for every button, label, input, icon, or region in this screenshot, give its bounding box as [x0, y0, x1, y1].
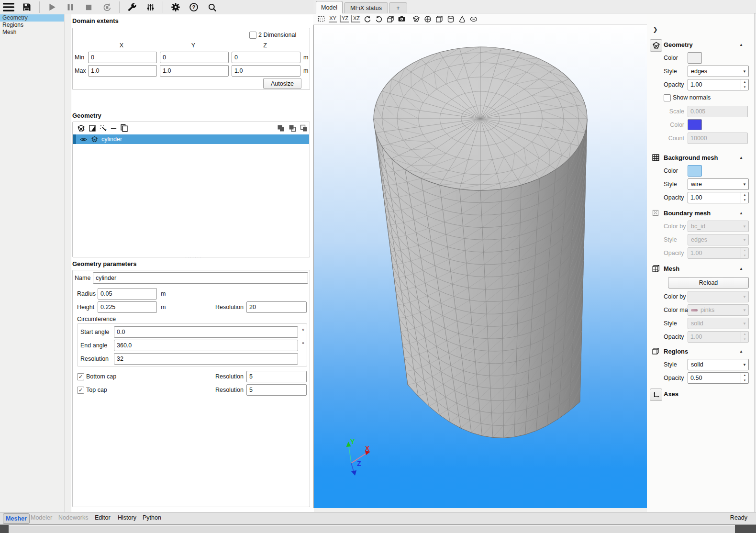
tab-add[interactable]: + — [389, 2, 407, 13]
mesh-collapse-arrow[interactable]: ▲ — [739, 266, 743, 271]
boolean-union-icon[interactable] — [277, 124, 285, 133]
end-angle-input[interactable] — [114, 340, 298, 351]
background-mesh-style-select[interactable]: wire▼ — [688, 178, 749, 190]
normals-scale-input[interactable] — [688, 106, 748, 117]
perspective-icon[interactable] — [386, 15, 395, 23]
geometry-list-row-cylinder[interactable]: cylinder — [73, 134, 309, 144]
ymax-input[interactable] — [160, 65, 229, 77]
background-mesh-collapse-arrow[interactable]: ▲ — [739, 155, 743, 160]
search-icon[interactable] — [205, 1, 219, 13]
mode-python-button[interactable]: Python — [143, 514, 161, 521]
geometry-collapse-arrow[interactable]: ▲ — [739, 43, 743, 47]
ymin-input[interactable] — [160, 52, 229, 63]
regions-section-icon[interactable] — [651, 346, 660, 356]
rotate-right-icon[interactable] — [374, 15, 383, 23]
two-dimensional-checkbox[interactable] — [249, 32, 256, 39]
radius-input[interactable] — [98, 288, 157, 300]
view-yz-icon[interactable]: YZ — [340, 15, 349, 23]
view-xy-icon[interactable]: XY — [328, 15, 337, 23]
sidebar-item-geometry[interactable]: Geometry — [0, 14, 64, 22]
regions-style-select[interactable]: solid▼ — [688, 359, 749, 370]
background-mesh-opacity-spinner[interactable]: ▲▼ — [688, 192, 749, 203]
sidebar-item-mesh[interactable]: Mesh — [0, 29, 64, 36]
settings-wrench-icon[interactable] — [125, 1, 139, 13]
boundary-mesh-color-by-select[interactable]: bc_id▼ — [688, 221, 749, 232]
reset-view-icon[interactable] — [317, 15, 326, 23]
boundary-mesh-opacity-spinner[interactable]: ▲▼ — [688, 247, 749, 259]
background-mesh-color-swatch[interactable] — [688, 165, 702, 177]
regions-collapse-arrow[interactable]: ▲ — [739, 349, 743, 354]
remove-geometry-icon[interactable] — [110, 124, 117, 133]
bottom-cap-checkbox[interactable] — [77, 373, 84, 380]
height-resolution-input[interactable] — [246, 301, 307, 313]
mesh-opacity-spinner[interactable]: ▲▼ — [688, 331, 749, 343]
geometry-add-icon[interactable]: ▾ — [77, 124, 85, 134]
geometry-section-icon[interactable] — [650, 39, 662, 52]
boundary-mesh-section-icon[interactable] — [651, 208, 660, 218]
boundary-mesh-collapse-arrow[interactable]: ▲ — [739, 211, 743, 215]
mode-nodeworks-button[interactable]: Nodeworks — [58, 514, 89, 521]
wand-icon[interactable]: ▾ — [100, 124, 107, 133]
gear-icon[interactable] — [169, 1, 182, 13]
xmax-input[interactable] — [88, 65, 157, 77]
mesh-section-title[interactable]: Mesh — [664, 265, 679, 272]
reset-icon[interactable] — [100, 1, 113, 13]
normals-count-input[interactable] — [688, 133, 748, 144]
autosize-button[interactable]: Autosize — [263, 78, 301, 89]
mesh-reload-button[interactable]: Reload — [668, 277, 749, 289]
background-mesh-section-title[interactable]: Background mesh — [664, 154, 718, 161]
sidebar-item-regions[interactable]: Regions — [0, 22, 64, 29]
splitter-handle[interactable]: ······· — [185, 255, 202, 259]
zmax-input[interactable] — [232, 65, 300, 77]
help-icon[interactable] — [187, 1, 200, 13]
boundary-mesh-section-title[interactable]: Boundary mesh — [664, 210, 711, 217]
menu-icon[interactable] — [2, 1, 15, 13]
zmin-input[interactable] — [232, 52, 300, 63]
regions-section-title[interactable]: Regions — [664, 348, 688, 355]
boolean-difference-icon[interactable] — [300, 124, 308, 133]
add-disc-icon[interactable] — [469, 15, 478, 23]
add-cylinder-icon[interactable] — [446, 15, 455, 23]
screenshot-camera-icon[interactable] — [397, 15, 406, 23]
flip-normals-icon[interactable] — [89, 124, 96, 133]
mode-modeler-button[interactable]: Modeler — [31, 514, 52, 521]
geometry-opacity-spinner[interactable]: ▲▼ — [688, 79, 749, 90]
pause-icon[interactable] — [64, 1, 77, 13]
toggle-geometry-icon[interactable] — [411, 15, 421, 23]
mode-history-button[interactable]: History — [118, 514, 136, 521]
xmin-input[interactable] — [88, 52, 157, 63]
boundary-mesh-style-select[interactable]: edges▼ — [688, 234, 749, 245]
geometry-style-select[interactable]: edges▼ — [688, 66, 749, 77]
copy-geometry-icon[interactable] — [120, 124, 128, 133]
axes-section-title[interactable]: Axes — [664, 390, 678, 398]
height-input[interactable] — [98, 301, 157, 313]
start-angle-input[interactable] — [114, 326, 298, 338]
regions-opacity-spinner[interactable]: ▲▼ — [688, 372, 749, 384]
view-xz-icon[interactable]: XZ — [351, 15, 360, 23]
add-sphere-icon[interactable] — [423, 15, 432, 23]
add-box-icon[interactable] — [434, 15, 444, 23]
panel-scrollbar[interactable] — [754, 13, 756, 512]
tab-mfix-status[interactable]: MFiX status — [344, 2, 388, 13]
save-icon[interactable] — [20, 1, 33, 13]
parameters-sliders-icon[interactable] — [144, 1, 157, 13]
run-icon[interactable] — [45, 1, 59, 13]
top-cap-resolution-input[interactable] — [246, 384, 307, 396]
background-mesh-section-icon[interactable] — [651, 153, 660, 162]
geometry-section-title[interactable]: Geometry — [664, 41, 693, 48]
render-viewport[interactable]: YXZ — [313, 25, 647, 508]
bottom-cap-resolution-input[interactable] — [246, 371, 307, 382]
name-input[interactable] — [93, 272, 308, 284]
add-cone-icon[interactable] — [457, 15, 467, 23]
normals-color-swatch[interactable] — [688, 119, 702, 130]
top-cap-checkbox[interactable] — [77, 387, 84, 394]
stop-icon[interactable] — [82, 1, 95, 13]
tab-model[interactable]: Model — [316, 1, 343, 13]
visibility-eye-icon[interactable] — [80, 136, 87, 143]
mesh-color-map-select[interactable]: pinks▼ — [688, 304, 749, 316]
mode-editor-button[interactable]: Editor — [95, 514, 111, 521]
circumference-resolution-input[interactable] — [114, 353, 298, 365]
geometry-color-swatch[interactable] — [688, 52, 702, 64]
collapse-panel-chevron[interactable]: ❯ — [653, 26, 658, 33]
rotate-left-icon[interactable] — [363, 15, 372, 23]
